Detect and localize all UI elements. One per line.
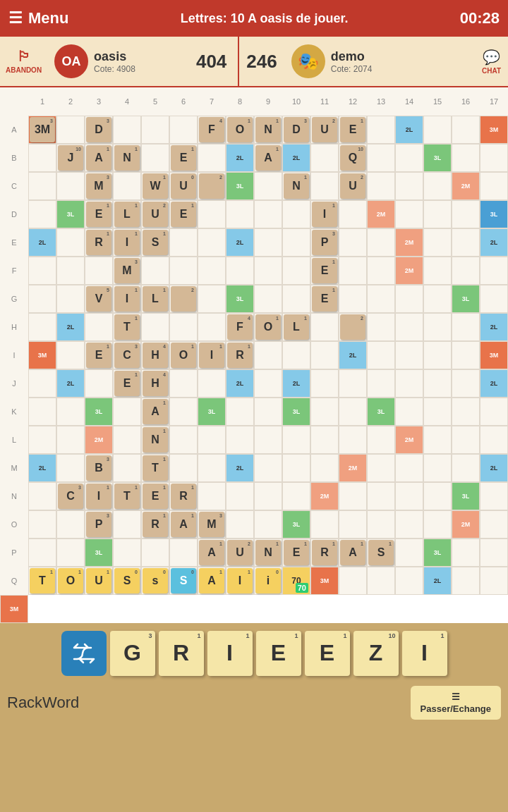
cell-P7[interactable]: 1A — [198, 539, 226, 567]
cell-B1[interactable] — [28, 144, 56, 172]
cell-F13[interactable] — [367, 257, 395, 285]
cell-D17[interactable]: 3L — [480, 200, 508, 228]
cell-E11[interactable]: 3P — [310, 228, 339, 257]
cell-K14[interactable] — [395, 398, 423, 426]
cell-K4[interactable] — [113, 398, 141, 426]
cell-J6[interactable] — [169, 369, 198, 398]
cell-J17[interactable]: 2L — [480, 369, 508, 398]
cell-K8[interactable] — [226, 398, 254, 426]
cell-B4[interactable]: 1N — [113, 144, 141, 172]
rack-tile-R[interactable]: 1 R — [159, 631, 204, 676]
cell-A5[interactable] — [141, 116, 169, 144]
cell-G10[interactable] — [282, 285, 310, 313]
cell-C1[interactable] — [28, 172, 56, 200]
cell-O8[interactable] — [226, 510, 254, 539]
cell-E5[interactable]: 1S — [141, 228, 169, 257]
cell-D13[interactable]: 2M — [367, 200, 395, 228]
cell-M17[interactable]: 2L — [480, 454, 508, 482]
cell-O5[interactable]: 1R — [141, 510, 169, 539]
cell-B15[interactable]: 3L — [423, 144, 452, 172]
cell-D11[interactable]: 1I — [310, 200, 339, 228]
cell-E13[interactable] — [367, 228, 395, 257]
cell-Q8[interactable]: 1I — [226, 567, 254, 595]
cell-N7[interactable] — [198, 482, 226, 510]
cell-I3[interactable]: 1E — [85, 341, 113, 369]
cell-N11[interactable]: 2M — [310, 482, 339, 510]
cell-I16[interactable] — [452, 341, 480, 369]
cell-N4[interactable]: 1T — [113, 482, 141, 510]
cell-Q5[interactable]: 0s — [141, 567, 169, 595]
cell-B9[interactable]: 1A — [254, 144, 282, 172]
cell-K3[interactable]: 3L — [85, 398, 113, 426]
cell-M7[interactable] — [198, 454, 226, 482]
cell-C16[interactable]: 2M — [452, 172, 480, 200]
cell-N9[interactable] — [254, 482, 282, 510]
cell-C8[interactable]: 3L — [226, 172, 254, 200]
cell-L1[interactable] — [28, 426, 56, 454]
chat-button[interactable]: 💬 CHAT — [475, 37, 508, 86]
cell-O14[interactable] — [395, 510, 423, 539]
cell-L17[interactable] — [480, 426, 508, 454]
cell-D15[interactable] — [423, 200, 452, 228]
cell-G9[interactable] — [254, 285, 282, 313]
cell-P15[interactable]: 3L — [423, 539, 452, 567]
cell-O15[interactable] — [423, 510, 452, 539]
cell-J2[interactable]: 2L — [56, 369, 85, 398]
cell-L14[interactable]: 2M — [395, 426, 423, 454]
cell-J12[interactable] — [339, 369, 367, 398]
cell-A6[interactable] — [169, 116, 198, 144]
cell-G15[interactable] — [423, 285, 452, 313]
cell-G14[interactable] — [395, 285, 423, 313]
cell-E8[interactable]: 2L — [226, 228, 254, 257]
cell-L8[interactable] — [226, 426, 254, 454]
cell-O3[interactable]: 3P — [85, 510, 113, 539]
cell-J5[interactable]: 4H — [141, 369, 169, 398]
cell-M10[interactable] — [282, 454, 310, 482]
cell-D14[interactable] — [395, 200, 423, 228]
cell-K12[interactable] — [339, 398, 367, 426]
cell-Q14[interactable]: 2L — [423, 567, 452, 595]
cell-J15[interactable] — [423, 369, 452, 398]
cell-O2[interactable] — [56, 510, 85, 539]
shuffle-button[interactable] — [61, 631, 107, 676]
cell-A13[interactable] — [367, 116, 395, 144]
cell-N15[interactable] — [423, 482, 452, 510]
cell-L2[interactable] — [56, 426, 85, 454]
cell-C11[interactable] — [310, 172, 339, 200]
cell-H4[interactable]: 1T — [113, 313, 141, 341]
cell-M9[interactable] — [254, 454, 282, 482]
cell-F7[interactable] — [198, 257, 226, 285]
cell-A10[interactable]: 3D — [282, 116, 310, 144]
cell-L6[interactable] — [169, 426, 198, 454]
cell-M12[interactable]: 2M — [339, 454, 367, 482]
cell-M6[interactable] — [169, 454, 198, 482]
cell-N12[interactable] — [339, 482, 367, 510]
cell-A15[interactable] — [423, 116, 452, 144]
cell-C17[interactable] — [480, 172, 508, 200]
cell-I17[interactable]: 3M — [480, 341, 508, 369]
cell-N6[interactable]: 1R — [169, 482, 198, 510]
cell-K9[interactable] — [254, 398, 282, 426]
cell-H8[interactable]: 4F — [226, 313, 254, 341]
cell-N3[interactable]: 1I — [85, 482, 113, 510]
cell-C4[interactable] — [113, 172, 141, 200]
cell-F11[interactable]: 1E — [310, 257, 339, 285]
cell-A11[interactable]: 2U — [310, 116, 339, 144]
cell-I14[interactable] — [395, 341, 423, 369]
cell-O4[interactable] — [113, 510, 141, 539]
cell-A1[interactable]: 33M — [28, 116, 56, 144]
cell-F14[interactable]: 2M — [395, 257, 423, 285]
cell-B10[interactable]: 2L — [282, 144, 310, 172]
cell-P16[interactable] — [452, 539, 480, 567]
cell-K6[interactable] — [169, 398, 198, 426]
cell-M14[interactable] — [395, 454, 423, 482]
cell-P13[interactable]: 1S — [367, 539, 395, 567]
cell-Q7[interactable]: 1A — [198, 567, 226, 595]
cell-H6[interactable] — [169, 313, 198, 341]
cell-D3[interactable]: 1E — [85, 200, 113, 228]
cell-Q4[interactable]: 0S — [113, 567, 141, 595]
cell-J7[interactable] — [198, 369, 226, 398]
cell-B5[interactable] — [141, 144, 169, 172]
cell-D10[interactable] — [282, 200, 310, 228]
cell-F6[interactable] — [169, 257, 198, 285]
